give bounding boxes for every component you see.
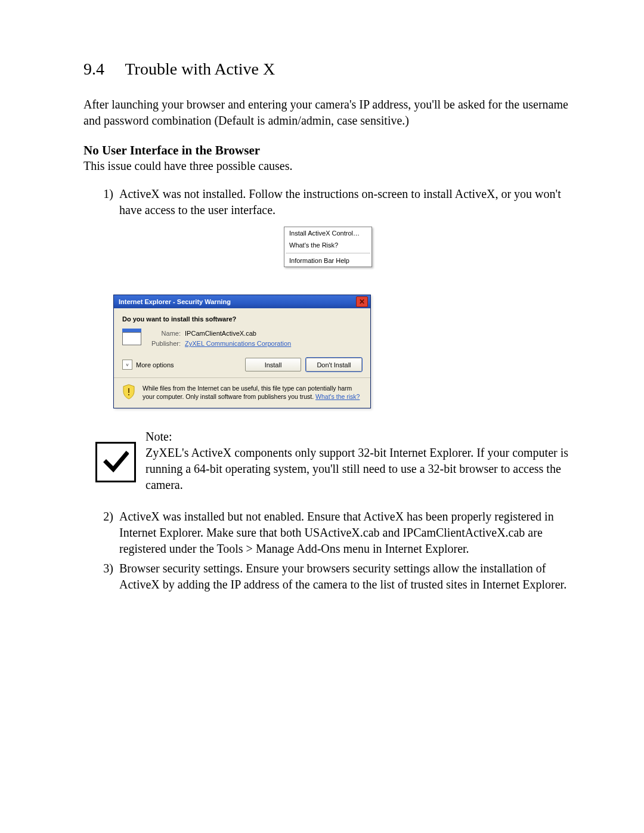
whats-the-risk-link[interactable]: What's the risk?: [315, 393, 360, 400]
dialog-title: Internet Explorer - Security Warning: [119, 298, 356, 305]
dialog-actions: v More options Install Don't Install: [122, 358, 362, 371]
security-warning-dialog: Internet Explorer - Security Warning ✕ D…: [113, 295, 371, 409]
publisher-link[interactable]: ZyXEL Communications Corporation: [185, 340, 291, 347]
close-button[interactable]: ✕: [356, 296, 368, 307]
document-page: 9.4 Trouble with Active X After launchin…: [0, 0, 644, 775]
steps-list: 1) ActiveX was not installed. Follow the…: [83, 186, 572, 218]
menu-item-information-bar-help[interactable]: Information Bar Help: [284, 255, 371, 267]
install-button[interactable]: Install: [245, 358, 301, 371]
dialog-question: Do you want to install this software?: [122, 315, 362, 323]
software-icon: [122, 329, 141, 345]
menu-item-whats-the-risk[interactable]: What's the Risk?: [284, 239, 371, 251]
menu-item-install-activex[interactable]: Install ActiveX Control…: [284, 227, 371, 239]
step-1-marker: 1): [83, 186, 119, 218]
publisher-label: Publisher:: [148, 339, 181, 349]
menu-separator: [286, 253, 370, 253]
dont-install-button-label: Don't Install: [317, 361, 351, 368]
dialog-footer-text: While files from the Internet can be use…: [143, 384, 362, 401]
note-body: ZyXEL's ActiveX components only support …: [145, 446, 568, 491]
checkmark-icon: [95, 442, 136, 482]
section-title: Trouble with Active X: [125, 60, 275, 78]
section-heading: 9.4 Trouble with Active X: [83, 60, 572, 79]
step-3-marker: 3): [83, 561, 119, 593]
install-button-label: Install: [265, 361, 282, 368]
step-1-text: ActiveX was not installed. Follow the in…: [119, 186, 572, 218]
step-3: 3) Browser security settings. Ensure you…: [83, 561, 572, 593]
svg-rect-1: [128, 394, 129, 395]
dialog-info-row: Name: IPCamClientActiveX.cab Publisher: …: [122, 329, 362, 349]
dialog-footer: While files from the Internet can be use…: [114, 377, 370, 408]
step-2-marker: 2): [83, 509, 119, 557]
step-2-text: ActiveX was installed but not enabled. E…: [119, 509, 572, 557]
step-1: 1) ActiveX was not installed. Follow the…: [83, 186, 572, 218]
intro-paragraph: After launching your browser and enterin…: [83, 97, 572, 129]
chevron-down-icon: v: [122, 360, 132, 370]
dialog-titlebar: Internet Explorer - Security Warning ✕: [114, 295, 370, 308]
close-icon: ✕: [359, 298, 365, 306]
context-menu-figure: Install ActiveX Control… What's the Risk…: [284, 227, 372, 267]
sub-lead: This issue could have three possible cau…: [83, 159, 572, 173]
note-row: Note: ZyXEL's ActiveX components only su…: [95, 429, 572, 493]
context-menu: Install ActiveX Control… What's the Risk…: [284, 227, 372, 267]
svg-rect-0: [128, 388, 129, 393]
step-2: 2) ActiveX was installed but not enabled…: [83, 509, 572, 557]
software-name: IPCamClientActiveX.cab: [185, 330, 256, 337]
dialog-body: Do you want to install this software? Na…: [114, 308, 370, 377]
shield-warning-icon: [122, 384, 135, 400]
step-3-text: Browser security settings. Ensure your b…: [119, 561, 572, 593]
more-options-label: More options: [136, 361, 174, 368]
subheading: No User Interface in the Browser: [83, 143, 572, 158]
more-options[interactable]: v More options: [122, 360, 240, 370]
steps-list-continued: 2) ActiveX was installed but not enabled…: [83, 509, 572, 593]
name-label: Name:: [148, 329, 181, 339]
note-label: Note:: [145, 429, 572, 445]
section-number: 9.4: [83, 60, 104, 79]
note-text-block: Note: ZyXEL's ActiveX components only su…: [145, 429, 572, 493]
dont-install-button[interactable]: Don't Install: [306, 358, 362, 371]
dialog-meta: Name: IPCamClientActiveX.cab Publisher: …: [148, 329, 291, 349]
